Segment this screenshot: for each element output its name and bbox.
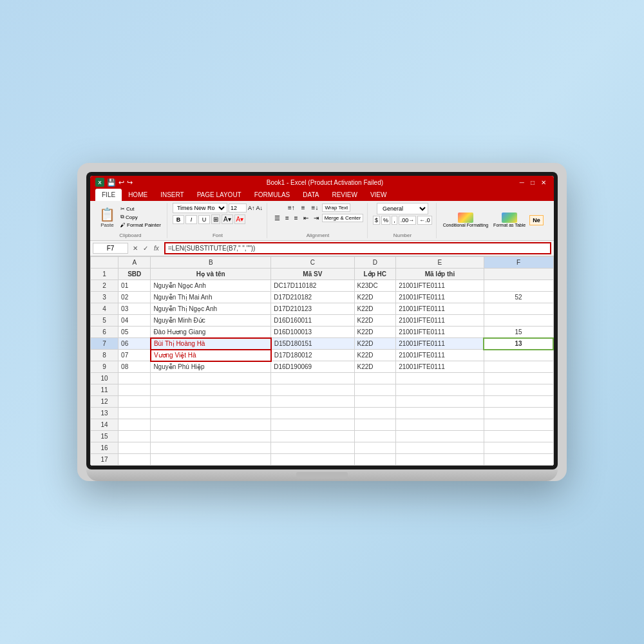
table-row[interactable] xyxy=(271,419,354,431)
tab-data[interactable]: DATA xyxy=(296,189,325,201)
table-row[interactable] xyxy=(396,442,484,454)
table-row[interactable]: Nguyễn Phú Hiệp xyxy=(151,361,271,373)
font-size-input[interactable] xyxy=(229,204,247,213)
align-left-icon[interactable]: ☰ xyxy=(272,214,282,222)
table-row[interactable]: 01 xyxy=(118,280,151,292)
table-row[interactable]: Mã SV xyxy=(271,269,354,280)
table-row[interactable] xyxy=(484,269,553,280)
table-row[interactable] xyxy=(151,431,271,442)
table-row[interactable] xyxy=(118,442,151,454)
table-row[interactable] xyxy=(118,454,151,466)
font-shrink-icon[interactable]: A↓ xyxy=(256,205,263,211)
font-name-select[interactable]: Times New Ro xyxy=(173,203,227,213)
format-as-table-button[interactable]: Format as Table xyxy=(492,211,527,229)
tab-home[interactable]: HOME xyxy=(122,189,154,201)
maximize-btn[interactable]: □ xyxy=(528,179,537,186)
table-row[interactable]: 21001IFTE0111 xyxy=(396,361,484,373)
currency-button[interactable]: $ xyxy=(373,216,380,225)
format-painter-button[interactable]: 🖌 Format Painter xyxy=(118,222,163,229)
table-row[interactable] xyxy=(151,396,271,408)
table-row[interactable]: Vương Việt Hà xyxy=(151,350,271,361)
table-row[interactable] xyxy=(151,384,271,396)
increase-decimal-button[interactable]: ←.0 xyxy=(417,216,432,225)
table-row[interactable]: K22D xyxy=(354,350,396,361)
cancel-formula-icon[interactable]: ✕ xyxy=(131,244,140,252)
table-row[interactable] xyxy=(396,419,484,431)
new-style-button[interactable]: Ne xyxy=(529,215,544,225)
table-row[interactable]: D17D180012 xyxy=(271,350,354,361)
table-row[interactable] xyxy=(118,419,151,431)
table-row[interactable]: 13 xyxy=(484,338,553,350)
table-row[interactable] xyxy=(484,350,553,361)
col-header-c[interactable]: C xyxy=(271,257,354,269)
table-row[interactable] xyxy=(354,384,396,396)
italic-button[interactable]: I xyxy=(185,215,197,224)
cell-reference-input[interactable] xyxy=(93,243,128,254)
tab-page-layout[interactable]: PAGE LAYOUT xyxy=(191,189,248,201)
table-row[interactable]: D17D210182 xyxy=(271,292,354,303)
table-row[interactable] xyxy=(118,384,151,396)
table-row[interactable] xyxy=(118,373,151,384)
close-btn[interactable]: ✕ xyxy=(538,179,549,186)
table-row[interactable]: Nguyễn Thị Ngọc Anh xyxy=(151,303,271,315)
table-row[interactable]: DC17D110182 xyxy=(271,280,354,292)
align-center-icon[interactable]: ≡ xyxy=(283,214,291,222)
confirm-formula-icon[interactable]: ✓ xyxy=(141,244,150,252)
table-row[interactable] xyxy=(484,431,553,442)
redo-icon[interactable]: ↪ xyxy=(127,178,133,187)
table-row[interactable] xyxy=(271,408,354,419)
table-row[interactable]: D16D190069 xyxy=(271,361,354,373)
table-row[interactable] xyxy=(151,373,271,384)
insert-function-icon[interactable]: fx xyxy=(151,244,162,252)
table-row[interactable]: Mã lớp thi xyxy=(396,269,484,280)
tab-file[interactable]: FILE xyxy=(95,189,122,201)
table-row[interactable] xyxy=(396,431,484,442)
table-row[interactable]: Nguyễn Minh Đức xyxy=(151,315,271,327)
col-header-d[interactable]: D xyxy=(354,257,396,269)
table-row[interactable] xyxy=(354,373,396,384)
table-row[interactable]: Nguyễn Ngọc Anh xyxy=(151,280,271,292)
conditional-formatting-button[interactable]: Conditional Formatting xyxy=(442,211,489,229)
table-row[interactable]: K23DC xyxy=(354,280,396,292)
table-row[interactable] xyxy=(484,419,553,431)
table-row[interactable] xyxy=(271,454,354,466)
font-grow-icon[interactable]: A↑ xyxy=(248,205,255,211)
minimize-btn[interactable]: ─ xyxy=(517,179,527,186)
table-row[interactable] xyxy=(271,442,354,454)
align-middle-icon[interactable]: ≡ xyxy=(299,203,308,213)
undo-icon[interactable]: ↩ xyxy=(118,178,124,187)
table-row[interactable]: 21001IFTE0111 xyxy=(396,338,484,350)
table-row[interactable] xyxy=(484,373,553,384)
indent-right-icon[interactable]: ⇥ xyxy=(312,214,321,222)
table-row[interactable] xyxy=(484,454,553,466)
table-row[interactable]: Họ và tên xyxy=(151,269,271,280)
table-row[interactable] xyxy=(151,408,271,419)
table-row[interactable]: K22D xyxy=(354,338,396,350)
table-row[interactable] xyxy=(354,442,396,454)
borders-icon[interactable]: ⊞ xyxy=(211,214,220,224)
table-row[interactable] xyxy=(484,280,553,292)
merge-center-button[interactable]: Merge & Center xyxy=(322,214,363,222)
tab-review[interactable]: REVIEW xyxy=(325,189,363,201)
decrease-decimal-button[interactable]: .00→ xyxy=(399,216,417,225)
table-row[interactable]: D15D180151 xyxy=(271,338,354,350)
tab-formulas[interactable]: FORMULAS xyxy=(248,189,297,201)
table-row[interactable]: 21001IFTE0111 xyxy=(396,303,484,315)
table-row[interactable] xyxy=(354,396,396,408)
table-row[interactable] xyxy=(396,454,484,466)
table-row[interactable] xyxy=(354,419,396,431)
paste-button[interactable]: 📋 Paste xyxy=(98,205,117,229)
table-row[interactable] xyxy=(354,431,396,442)
table-row[interactable] xyxy=(396,373,484,384)
table-row[interactable]: 21001IFTE0111 xyxy=(396,315,484,327)
table-row[interactable] xyxy=(151,442,271,454)
align-bottom-icon[interactable]: ≡↓ xyxy=(309,203,321,213)
table-row[interactable]: 05 xyxy=(118,327,151,338)
table-row[interactable]: K22D xyxy=(354,361,396,373)
col-header-e[interactable]: E xyxy=(396,257,484,269)
col-header-b[interactable]: B xyxy=(151,257,271,269)
table-row[interactable]: 15 xyxy=(484,327,553,338)
table-row[interactable]: D16D160011 xyxy=(271,315,354,327)
table-row[interactable]: 04 xyxy=(118,315,151,327)
table-row[interactable]: D17D210123 xyxy=(271,303,354,315)
